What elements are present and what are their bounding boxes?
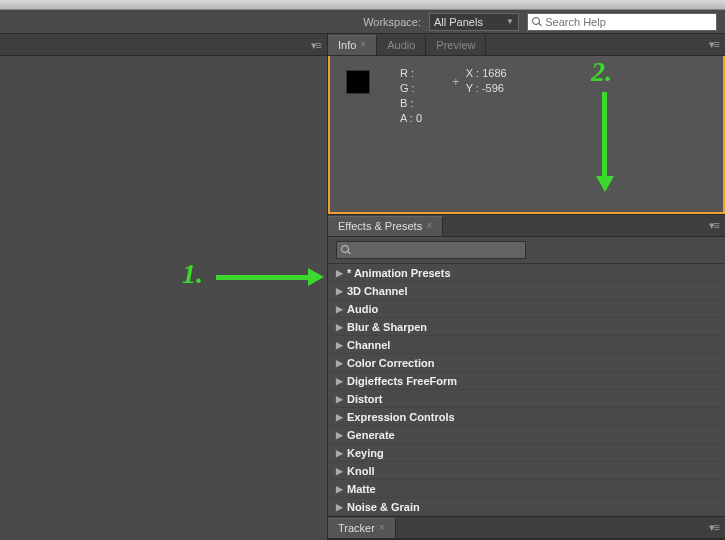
a-value: 0 (416, 112, 422, 124)
effects-category-label: Noise & Grain (347, 501, 420, 513)
effects-category[interactable]: ▶Channel (328, 336, 725, 354)
effects-category-label: Color Correction (347, 357, 434, 369)
info-panel: Info × Audio Preview ▾≡ R : G : B : A : … (328, 34, 725, 215)
panel-menu-icon[interactable]: ▾≡ (709, 219, 719, 232)
effects-list[interactable]: ▶* Animation Presets▶3D Channel▶Audio▶Bl… (328, 263, 725, 516)
tracker-panel-tabs: Tracker × ▾≡ (328, 517, 725, 539)
effects-category-label: Digieffects FreeForm (347, 375, 457, 387)
effects-category-label: Channel (347, 339, 390, 351)
triangle-right-icon: ▶ (336, 394, 343, 404)
effects-category[interactable]: ▶Expression Controls (328, 408, 725, 426)
triangle-right-icon: ▶ (336, 358, 343, 368)
triangle-right-icon: ▶ (336, 430, 343, 440)
r-label: R : (400, 67, 414, 79)
effects-category-label: Audio (347, 303, 378, 315)
effects-category[interactable]: ▶Matte (328, 480, 725, 498)
crosshair-icon: + (452, 74, 460, 89)
workspace-label: Workspace: (363, 16, 421, 28)
triangle-right-icon: ▶ (336, 304, 343, 314)
tracker-panel: Tracker × ▾≡ (328, 517, 725, 540)
effects-search[interactable] (336, 241, 526, 259)
window-titlebar (0, 0, 725, 10)
help-search[interactable] (527, 13, 717, 31)
effects-category[interactable]: ▶Generate (328, 426, 725, 444)
close-icon[interactable]: × (379, 518, 385, 538)
y-value: -596 (482, 82, 504, 94)
tab-preview[interactable]: Preview (426, 35, 486, 55)
effects-tab-label: Effects & Presets (338, 216, 422, 236)
effects-category[interactable]: ▶* Animation Presets (328, 264, 725, 282)
info-panel-body: R : G : B : A : 0 + X : 1686 Y : -596 (328, 56, 725, 214)
effects-category-label: Expression Controls (347, 411, 455, 423)
triangle-right-icon: ▶ (336, 322, 343, 332)
triangle-right-icon: ▶ (336, 448, 343, 458)
close-icon[interactable]: × (360, 35, 366, 55)
workspace-dropdown[interactable]: All Panels ▼ (429, 13, 519, 31)
effects-category-label: * Animation Presets (347, 267, 451, 279)
effects-category-label: Distort (347, 393, 382, 405)
a-label: A : (400, 112, 413, 124)
effects-category-label: Keying (347, 447, 384, 459)
effects-category[interactable]: ▶Noise & Grain (328, 498, 725, 516)
search-icon (341, 245, 351, 255)
triangle-right-icon: ▶ (336, 466, 343, 476)
color-swatch (346, 70, 370, 94)
effects-category[interactable]: ▶Keying (328, 444, 725, 462)
left-panel-header: ▾≡ (0, 34, 327, 56)
effects-category[interactable]: ▶3D Channel (328, 282, 725, 300)
panel-menu-icon[interactable]: ▾≡ (709, 38, 719, 51)
effects-category-label: Knoll (347, 465, 375, 477)
triangle-right-icon: ▶ (336, 286, 343, 296)
coord-readout: + X : 1686 Y : -596 (452, 66, 507, 202)
rgba-readout: R : G : B : A : 0 (400, 66, 422, 202)
effects-panel-tabs: Effects & Presets × ▾≡ (328, 215, 725, 237)
tab-info[interactable]: Info × (328, 35, 377, 55)
tab-info-label: Info (338, 35, 356, 55)
y-label: Y : (466, 82, 479, 94)
left-panel: ▾≡ (0, 34, 328, 540)
info-panel-tabs: Info × Audio Preview ▾≡ (328, 34, 725, 56)
triangle-right-icon: ▶ (336, 340, 343, 350)
chevron-down-icon: ▼ (506, 17, 514, 26)
triangle-right-icon: ▶ (336, 502, 343, 512)
effects-category[interactable]: ▶Distort (328, 390, 725, 408)
effects-category-label: Generate (347, 429, 395, 441)
triangle-right-icon: ▶ (336, 376, 343, 386)
tab-audio-label: Audio (387, 35, 415, 55)
tab-tracker[interactable]: Tracker × (328, 518, 396, 538)
tab-effects-presets[interactable]: Effects & Presets × (328, 216, 443, 236)
search-icon (532, 17, 541, 27)
top-toolbar: Workspace: All Panels ▼ (0, 10, 725, 34)
tracker-tab-label: Tracker (338, 518, 375, 538)
effects-category-label: 3D Channel (347, 285, 408, 297)
triangle-right-icon: ▶ (336, 484, 343, 494)
effects-panel: Effects & Presets × ▾≡ ▶* Animation Pres… (328, 215, 725, 517)
panel-menu-icon[interactable]: ▾≡ (311, 39, 321, 52)
panel-menu-icon[interactable]: ▾≡ (709, 521, 719, 534)
effects-search-row (328, 237, 725, 263)
x-label: X : (466, 67, 479, 79)
effects-category[interactable]: ▶Blur & Sharpen (328, 318, 725, 336)
effects-category[interactable]: ▶Audio (328, 300, 725, 318)
effects-category-label: Blur & Sharpen (347, 321, 427, 333)
effects-category[interactable]: ▶Digieffects FreeForm (328, 372, 725, 390)
close-icon[interactable]: × (426, 216, 432, 236)
triangle-right-icon: ▶ (336, 412, 343, 422)
triangle-right-icon: ▶ (336, 268, 343, 278)
b-label: B : (400, 97, 413, 109)
workspace-value: All Panels (434, 16, 483, 28)
x-value: 1686 (482, 67, 506, 79)
effects-category[interactable]: ▶Color Correction (328, 354, 725, 372)
tab-audio[interactable]: Audio (377, 35, 426, 55)
g-label: G : (400, 82, 415, 94)
effects-category-label: Matte (347, 483, 376, 495)
help-search-input[interactable] (545, 16, 712, 28)
effects-category[interactable]: ▶Knoll (328, 462, 725, 480)
tab-preview-label: Preview (436, 35, 475, 55)
